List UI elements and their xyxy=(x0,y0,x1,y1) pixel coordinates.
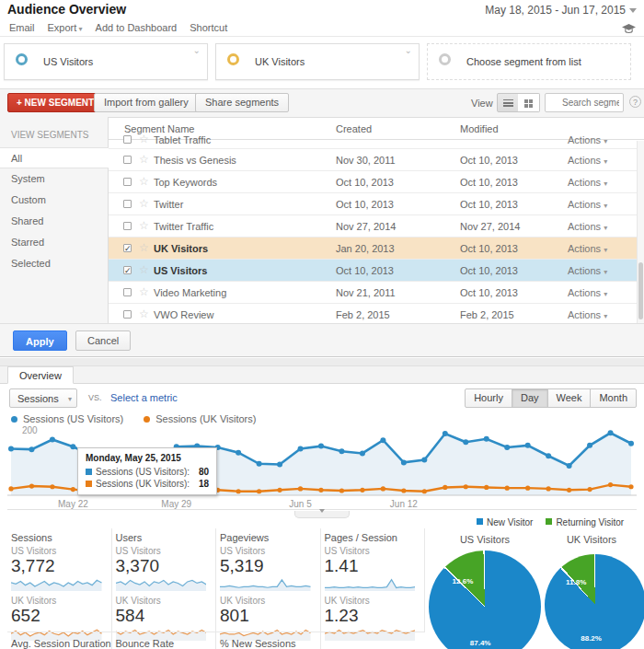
apply-button[interactable]: Apply xyxy=(13,330,67,351)
star-icon[interactable]: ☆ xyxy=(139,219,149,232)
star-icon[interactable]: ☆ xyxy=(139,133,149,145)
table-row-thesis-vs-genesis[interactable]: ☆Thesis vs GenesisNov 30, 2011Oct 10, 20… xyxy=(109,149,644,171)
sidebar-item-custom[interactable]: Custom xyxy=(0,190,108,211)
star-icon[interactable]: ☆ xyxy=(139,285,149,298)
modified-date: Oct 10, 2013 xyxy=(460,199,518,210)
sessions-line-chart[interactable]: 200 100 Monday, May 25, 2015 Sessions (U… xyxy=(7,427,637,497)
metric-value-us: 3,370 xyxy=(116,556,207,576)
row-checkbox[interactable] xyxy=(123,135,132,144)
segment-name: Twitter Traffic xyxy=(154,221,213,232)
actions-menu[interactable]: Actions ▾ xyxy=(568,134,607,145)
pie-chart-us-visitors[interactable]: 87.4%12.6% xyxy=(429,550,541,649)
segment-chip-us-visitors[interactable]: US Visitors⌄ xyxy=(4,43,208,80)
table-row-twitter[interactable]: ☆TwitterOct 10, 2013Oct 10, 2013Actions … xyxy=(109,193,644,215)
row-checkbox[interactable] xyxy=(123,222,132,230)
created-date: Oct 10, 2013 xyxy=(336,265,394,276)
table-row-top-keywords[interactable]: ☆Top KeywordsOct 10, 2013Oct 10, 2013Act… xyxy=(109,171,644,193)
star-icon[interactable]: ☆ xyxy=(139,263,149,276)
chevron-down-icon: ▾ xyxy=(604,268,607,276)
actions-menu[interactable]: Actions ▾ xyxy=(568,309,607,320)
select-a-metric-link[interactable]: Select a metric xyxy=(110,392,178,403)
search-segments-input[interactable] xyxy=(545,93,624,112)
chevron-down-icon: ▾ xyxy=(76,25,82,33)
cancel-button[interactable]: Cancel xyxy=(75,330,131,351)
table-row-uk-visitors[interactable]: ✓☆UK VisitorsJan 20, 2013Oct 10, 2013Act… xyxy=(109,238,644,260)
graduation-cap-icon[interactable] xyxy=(621,23,637,35)
help-button[interactable]: ? xyxy=(629,96,641,108)
toolbar-item-export[interactable]: Export ▾ xyxy=(48,22,83,33)
toolbar-item-add-to-dashboard[interactable]: Add to Dashboard xyxy=(96,22,178,33)
row-checkbox[interactable] xyxy=(123,200,132,208)
modified-date: Oct 10, 2013 xyxy=(460,243,518,254)
segment-ring-icon xyxy=(439,53,451,65)
table-scrollbar[interactable] xyxy=(637,141,644,323)
granularity-hourly[interactable]: Hourly xyxy=(465,388,512,408)
row-checkbox[interactable] xyxy=(123,288,132,296)
share-segments-button[interactable]: Share segments xyxy=(195,93,289,112)
row-checkbox[interactable] xyxy=(123,310,132,319)
metric-value-us: 5,319 xyxy=(220,556,311,576)
row-checkbox[interactable]: ✓ xyxy=(123,244,132,252)
pie-chart-uk-visitors[interactable]: 88.2%11.8% xyxy=(545,554,644,649)
star-icon[interactable]: ☆ xyxy=(139,175,149,188)
table-row-tablet-traffic[interactable]: ☆Tablet TrafficActions ▾ xyxy=(109,140,644,149)
sidebar-item-starred[interactable]: Starred xyxy=(0,232,108,253)
actions-menu[interactable]: Actions ▾ xyxy=(568,243,607,254)
x-axis-tick-may-22: May 22 xyxy=(52,499,93,509)
legend-item-sessions-us-visitors: Sessions (US Visitors) xyxy=(11,413,123,424)
x-axis-tick-jun-5: Jun 5 xyxy=(281,499,321,509)
granularity-month[interactable]: Month xyxy=(590,388,637,408)
pie-label-new-visitor: 87.4% xyxy=(470,639,491,647)
metric-selector-dropdown[interactable]: Sessions▾ xyxy=(9,388,77,408)
date-range-selector[interactable]: May 18, 2015 - Jun 17, 2015 xyxy=(485,4,626,17)
granularity-day[interactable]: Day xyxy=(512,388,548,408)
actions-menu[interactable]: Actions ▾ xyxy=(568,221,607,232)
actions-menu[interactable]: Actions ▾ xyxy=(568,199,607,210)
created-date: Nov 30, 2011 xyxy=(336,155,396,166)
grid-icon[interactable] xyxy=(597,23,609,35)
tab-overview[interactable]: Overview xyxy=(7,366,74,384)
sidebar-item-all[interactable]: All xyxy=(0,147,109,168)
sidebar-item-shared[interactable]: Shared xyxy=(0,211,108,232)
actions-menu[interactable]: Actions ▾ xyxy=(568,287,607,298)
chart-collapse-handle[interactable] xyxy=(294,511,350,518)
actions-menu[interactable]: Actions ▾ xyxy=(568,155,607,166)
star-icon[interactable]: ☆ xyxy=(139,153,149,166)
toolbar-item-email[interactable]: Email xyxy=(9,22,35,33)
import-from-gallery-button[interactable]: Import from gallery xyxy=(94,93,199,112)
star-icon[interactable]: ☆ xyxy=(139,241,149,254)
view-list-toggle[interactable] xyxy=(497,93,519,112)
metric-value-uk: 652 xyxy=(11,606,102,626)
pie-title-uk-visitors: UK Visitors xyxy=(550,534,633,545)
scrollbar-thumb[interactable] xyxy=(638,262,643,319)
actions-menu[interactable]: Actions ▾ xyxy=(568,265,607,276)
sidebar-item-system[interactable]: System xyxy=(0,168,108,190)
segment-name: Tablet Traffic xyxy=(154,134,211,145)
sidebar-item-selected[interactable]: Selected xyxy=(0,253,108,274)
chevron-down-icon: ▾ xyxy=(604,312,607,320)
star-icon[interactable]: ☆ xyxy=(139,307,149,320)
table-row-us-visitors[interactable]: ✓☆US VisitorsOct 10, 2013Oct 10, 2013Act… xyxy=(109,260,644,282)
metric-value-uk: 1.23 xyxy=(325,606,416,626)
row-checkbox[interactable] xyxy=(123,178,132,186)
view-grid-toggle[interactable] xyxy=(518,93,540,112)
tooltip-row: Sessions (UK Visitors):18 xyxy=(86,478,209,490)
star-icon[interactable]: ☆ xyxy=(139,197,149,210)
new-segment-button[interactable]: + NEW SEGMENT xyxy=(7,93,103,112)
actions-menu[interactable]: Actions ▾ xyxy=(568,177,607,188)
segment-ring-icon xyxy=(227,53,239,65)
pie-label-returning-visitor: 12.6% xyxy=(453,577,474,585)
segment-chip-choose-segment-from-list[interactable]: Choose segment from list xyxy=(427,43,631,80)
granularity-week[interactable]: Week xyxy=(547,388,592,408)
row-checkbox[interactable] xyxy=(123,156,132,164)
segment-chip-uk-visitors[interactable]: UK Visitors⌄ xyxy=(215,43,420,80)
toolbar-item-shortcut[interactable]: Shortcut xyxy=(190,22,227,33)
sparkline xyxy=(325,577,416,591)
chevron-down-icon: ▾ xyxy=(604,290,607,298)
table-row-vwo-review[interactable]: ☆VWO ReviewFeb 2, 2015Feb 2, 2015Actions… xyxy=(109,304,644,323)
row-checkbox[interactable]: ✓ xyxy=(123,266,132,274)
table-row-video-marketing[interactable]: ☆Video MarketingNov 21, 2011Oct 10, 2013… xyxy=(109,282,644,304)
table-row-twitter-traffic[interactable]: ☆Twitter TrafficNov 27, 2014Nov 27, 2014… xyxy=(109,215,644,238)
segment-ring-icon xyxy=(16,53,28,65)
x-axis-tick-jun-12: Jun 12 xyxy=(384,499,424,509)
